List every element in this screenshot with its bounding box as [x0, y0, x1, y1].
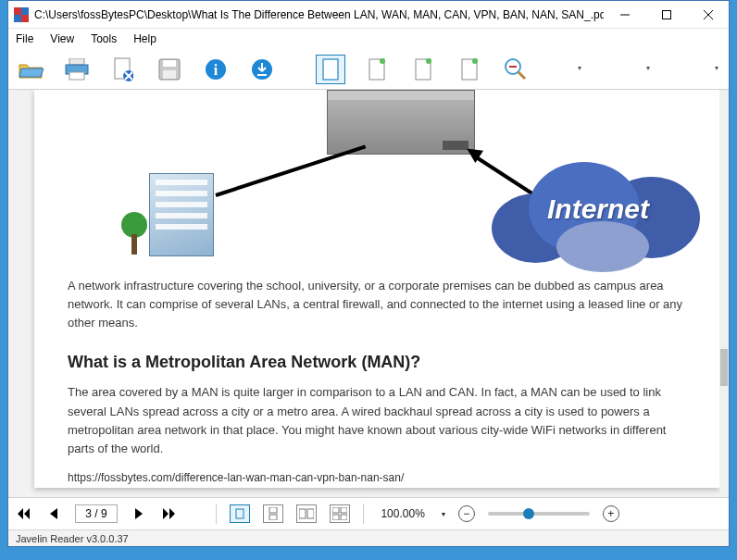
source-url: https://fossbytes.com/difference-lan-wan… [68, 471, 686, 484]
toolbar-dropdown-2[interactable]: ▾ [643, 64, 653, 74]
svg-rect-34 [269, 515, 277, 520]
nav-separator [216, 504, 217, 524]
content-area: Internet A network infrastructure coveri… [8, 90, 729, 498]
svg-point-28 [472, 58, 478, 64]
last-page-icon [162, 508, 175, 519]
close-icon [704, 10, 713, 19]
prev-page-button[interactable] [45, 505, 62, 522]
menu-view[interactable]: View [50, 32, 74, 45]
tree-graphic [121, 212, 147, 238]
connection-line-building [215, 145, 366, 197]
svg-rect-40 [341, 515, 347, 520]
print-icon [65, 58, 89, 81]
page-mode-3-button[interactable] [455, 55, 484, 84]
svg-rect-1 [21, 7, 29, 15]
page-mode-2-icon [413, 57, 433, 81]
navigation-bar: 100.00% ▾ − + [8, 498, 729, 529]
svg-point-24 [380, 58, 385, 64]
continuous-view-icon [269, 507, 278, 520]
remove-page-icon [113, 57, 133, 81]
zoom-button[interactable] [501, 55, 531, 84]
svg-rect-37 [332, 507, 339, 513]
zoom-out-button[interactable]: − [458, 505, 475, 522]
app-window: C:\Users\fossBytesPC\Desktop\What Is The… [7, 0, 730, 547]
toolbar-dropdown-3[interactable]: ▾ [712, 64, 721, 74]
zoom-icon [504, 57, 528, 81]
zoom-dropdown[interactable]: ▾ [442, 510, 445, 518]
svg-rect-16 [163, 60, 176, 67]
svg-rect-5 [662, 10, 670, 19]
page-mode-1-icon [367, 57, 387, 81]
maximize-icon [662, 10, 671, 19]
pdf-page: Internet A network infrastructure coveri… [34, 90, 719, 488]
menu-help[interactable]: Help [133, 32, 156, 45]
remove-page-button[interactable] [108, 55, 138, 84]
first-page-button[interactable] [16, 505, 32, 522]
last-page-button[interactable] [160, 505, 177, 522]
paragraph-1: A network infrastructure covering the sc… [68, 277, 686, 332]
info-button[interactable]: i [201, 55, 231, 84]
cloud-graphic: Internet [492, 156, 705, 263]
first-page-icon [18, 508, 31, 519]
svg-text:i: i [214, 62, 219, 78]
open-button[interactable] [16, 55, 45, 84]
info-icon: i [205, 58, 227, 81]
single-page-view-button[interactable] [230, 504, 250, 523]
heading-man: What is a Metropolitan Area Network (MAN… [68, 353, 686, 372]
page-number-input[interactable] [75, 504, 118, 523]
svg-rect-35 [299, 509, 306, 518]
network-diagram: Internet [68, 90, 686, 266]
svg-rect-3 [21, 15, 29, 22]
download-button[interactable] [247, 55, 277, 84]
app-icon [14, 7, 29, 22]
save-button[interactable] [155, 55, 184, 84]
titlebar: C:\Users\fossBytesPC\Desktop\What Is The… [8, 1, 729, 29]
page-mode-2-button[interactable] [408, 55, 438, 84]
page-mode-3-icon [459, 57, 480, 81]
save-icon [158, 58, 181, 81]
building-graphic [149, 173, 214, 256]
window-title: C:\Users\fossBytesPC\Desktop\What Is The… [34, 8, 604, 21]
maximize-button[interactable] [645, 1, 687, 28]
nav-separator-2 [363, 504, 364, 524]
svg-rect-33 [269, 507, 277, 513]
continuous-view-button[interactable] [263, 504, 283, 523]
svg-rect-39 [332, 515, 339, 520]
vertical-scrollbar[interactable] [719, 90, 729, 497]
svg-line-30 [518, 72, 525, 79]
zoom-value: 100.00% [381, 507, 424, 520]
server-graphic [327, 90, 475, 155]
minus-icon: − [463, 508, 469, 519]
svg-rect-38 [341, 507, 347, 513]
zoom-slider[interactable] [488, 512, 590, 516]
toolbar: i ▾ ▾ ▾ [8, 49, 729, 90]
facing-view-button[interactable] [296, 504, 317, 523]
svg-point-26 [426, 58, 431, 64]
svg-rect-8 [69, 58, 84, 65]
fit-page-button[interactable] [316, 55, 345, 84]
svg-rect-32 [236, 509, 244, 518]
paragraph-2: The area covered by a MAN is quite large… [68, 383, 686, 458]
prev-page-icon [49, 508, 58, 519]
print-button[interactable] [62, 55, 92, 84]
facing-continuous-view-button[interactable] [330, 504, 350, 523]
page-mode-1-button[interactable] [362, 55, 392, 84]
menu-tools[interactable]: Tools [91, 32, 117, 45]
close-button[interactable] [687, 1, 729, 28]
next-page-button[interactable] [131, 505, 147, 522]
menu-file[interactable]: File [16, 32, 33, 45]
plus-icon: + [607, 508, 614, 519]
single-page-view-icon [235, 508, 244, 519]
minimize-button[interactable] [604, 1, 645, 28]
status-bar: Javelin Reader v3.0.0.37 [8, 529, 729, 546]
zoom-in-button[interactable]: + [603, 505, 619, 522]
facing-view-icon [299, 508, 314, 519]
svg-rect-2 [14, 15, 21, 22]
download-icon [251, 58, 273, 81]
svg-rect-0 [14, 7, 21, 15]
svg-rect-10 [69, 72, 84, 80]
svg-rect-22 [323, 59, 338, 80]
scrollbar-thumb[interactable] [720, 349, 728, 386]
minimize-icon [620, 10, 630, 19]
toolbar-dropdown-1[interactable]: ▾ [575, 64, 584, 74]
